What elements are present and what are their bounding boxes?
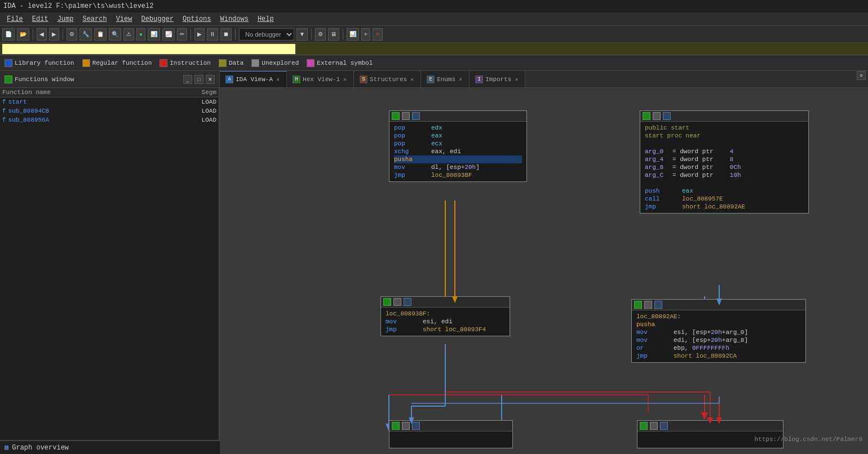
toolbar-sep-1 [33, 29, 33, 40]
toolbar-btn-d[interactable]: 🔍 [109, 28, 121, 41]
graph-overview-icon: ▦ [5, 443, 8, 452]
arg-eq: = dword ptr [672, 164, 717, 171]
tab-hex-view[interactable]: H Hex View-1 ✕ [287, 71, 354, 87]
toolbar-btn-a[interactable]: ⚙ [67, 28, 77, 41]
legend-data-box [219, 59, 227, 67]
cfg-line: mov esi, edi [386, 318, 505, 326]
menu-options[interactable]: Options [178, 14, 215, 24]
cfg-line: arg_8= dword ptr 0Ch [645, 163, 804, 171]
toolbar-btn-f[interactable]: 📊 [148, 28, 160, 41]
func-row-sub80894cb[interactable]: f sub_80894CB LOAD [0, 106, 219, 115]
toolbar-sep-3 [191, 29, 191, 40]
debugger-selector[interactable]: No debugger [239, 28, 294, 41]
menu-debugger[interactable]: Debugger [136, 14, 178, 24]
mnemonic: jmp [386, 326, 414, 333]
functions-minimize[interactable]: _ [183, 75, 192, 84]
toolbar-btn-h[interactable]: ✏ [177, 28, 187, 41]
graph-area[interactable]: pop edx pop eax pop ecx xchg eax, edi pu… [220, 88, 868, 454]
mnemonic: push [645, 188, 673, 194]
functions-close[interactable]: ✕ [206, 75, 215, 84]
toolbar-btn-g[interactable]: 📈 [162, 28, 175, 41]
func-icon-sub808956a: f [2, 117, 6, 123]
func-seg-sub80894cb: LOAD [183, 108, 216, 114]
cfg-node-4[interactable]: loc_80892AE: pusha mov esi, [esp+20h+arg… [631, 299, 806, 363]
legend-data-label: Data [229, 60, 243, 66]
tab-ida-view-a[interactable]: A IDA View-A ✕ [220, 71, 287, 87]
menu-edit[interactable]: Edit [28, 14, 53, 24]
menu-view[interactable]: View [112, 14, 137, 24]
toolbar-btn-o[interactable]: + [361, 28, 370, 41]
tab-structures[interactable]: S Structures ✕ [354, 71, 421, 87]
toolbar-btn-l[interactable]: ⚙ [315, 28, 326, 41]
cfg-line: pop eax [394, 132, 522, 140]
cfg-line: jmp short loc_80893F4 [386, 326, 505, 333]
tab-ida-close[interactable]: ✕ [275, 76, 281, 83]
operand: ebp, 0FFFFFFFFh [674, 345, 729, 351]
arg-eq: = dword ptr [672, 156, 717, 163]
toolbar-back[interactable]: ◀ [37, 28, 47, 41]
toolbar-btn-e[interactable]: ⚠ [123, 28, 134, 41]
menu-jump[interactable]: Jump [53, 14, 78, 24]
cfg-node-4-icon-edit [644, 301, 652, 309]
legend-unexplored-label: Unexplored [262, 60, 299, 66]
address-input[interactable] [2, 44, 295, 54]
toolbar-btn-m[interactable]: 🖥 [328, 28, 339, 41]
tab-struct-close[interactable]: ✕ [409, 76, 415, 83]
cfg-line: push eax [645, 187, 804, 195]
menu-file[interactable]: File [2, 14, 28, 24]
menu-help[interactable]: Help [253, 14, 278, 24]
toolbar-btn-n[interactable]: 📊 [347, 28, 359, 41]
tab-bar: Functions window _ □ ✕ A IDA View-A ✕ H … [0, 71, 868, 88]
operand: esi, edi [423, 318, 453, 325]
cfg-node-1-body: pop edx pop eax pop ecx xchg eax, edi pu… [389, 122, 526, 181]
cfg-line: mov esi, [esp+20h+arg_0] [636, 328, 801, 336]
mnemonic: pop [394, 132, 422, 139]
graph-overview-panel: ▦ Graph overview [0, 440, 220, 454]
col-segm: Segm [183, 89, 216, 96]
toolbar-sep-2 [63, 29, 63, 40]
tab-imports-close[interactable]: ✕ [513, 76, 519, 83]
cfg-node-1[interactable]: pop edx pop eax pop ecx xchg eax, edi pu… [389, 110, 527, 182]
operand: eax [431, 132, 442, 139]
toolbar-arrow-right[interactable]: ▶ [194, 28, 205, 41]
menu-windows[interactable]: Windows [216, 14, 253, 24]
cfg-node-6-icon [640, 422, 648, 430]
toolbar-btn-c[interactable]: 📋 [94, 28, 107, 41]
cfg-line [645, 179, 804, 187]
graph-overview-label: Graph overview [12, 444, 69, 452]
tab-enums[interactable]: E Enums ✕ [421, 71, 470, 87]
cfg-line: jmp loc_80893BF [394, 171, 522, 179]
cfg-line: start proc near [645, 132, 804, 140]
tab-hex-close[interactable]: ✕ [342, 76, 348, 83]
cfg-node-5[interactable] [389, 420, 513, 448]
toolbar-btn-green[interactable]: ● [136, 28, 145, 41]
toolbar-new[interactable]: 📄 [2, 28, 15, 41]
functions-restore[interactable]: □ [194, 75, 203, 84]
main-area: Function name Segm f start LOAD f sub_80… [0, 88, 868, 454]
mnemonic: pusha [394, 156, 422, 163]
label: loc_80893BF: [386, 310, 430, 317]
toolbar-btn-j[interactable]: ⏹ [220, 28, 232, 41]
arg-eq: = dword ptr [672, 148, 717, 155]
cfg-node-2[interactable]: loc_80893BF: mov esi, edi jmp short loc_… [380, 296, 510, 336]
operand: edi, [esp+20h+arg_8] [674, 337, 748, 344]
tab-enum-close[interactable]: ✕ [458, 76, 463, 83]
tab-bar-btn[interactable]: ≡ [857, 71, 866, 80]
tab-imports[interactable]: I Imports ✕ [470, 71, 525, 87]
mnemonic: jmp [394, 172, 422, 179]
legend-regular: Regular function [82, 59, 152, 67]
menu-search[interactable]: Search [78, 14, 111, 24]
toolbar-btn-i[interactable]: ⏸ [207, 28, 218, 41]
toolbar-btn-b[interactable]: 🔧 [79, 28, 92, 41]
cfg-node-3[interactable]: public start start proc near arg_0= dwor… [640, 110, 809, 213]
operand: short loc_80892CA [674, 353, 737, 359]
func-row-start[interactable]: f start LOAD [0, 97, 219, 106]
toolbar-btn-red[interactable]: ✕ [373, 28, 383, 41]
toolbar-open[interactable]: 📂 [17, 28, 29, 41]
func-row-sub808956a[interactable]: f sub_808956A LOAD [0, 115, 219, 124]
cfg-line: pusha [636, 321, 801, 328]
cfg-node-6[interactable] [637, 420, 783, 448]
mnemonic: pop [394, 124, 422, 131]
toolbar-forward[interactable]: ▶ [49, 28, 59, 41]
toolbar-btn-k[interactable]: ▼ [296, 28, 308, 41]
